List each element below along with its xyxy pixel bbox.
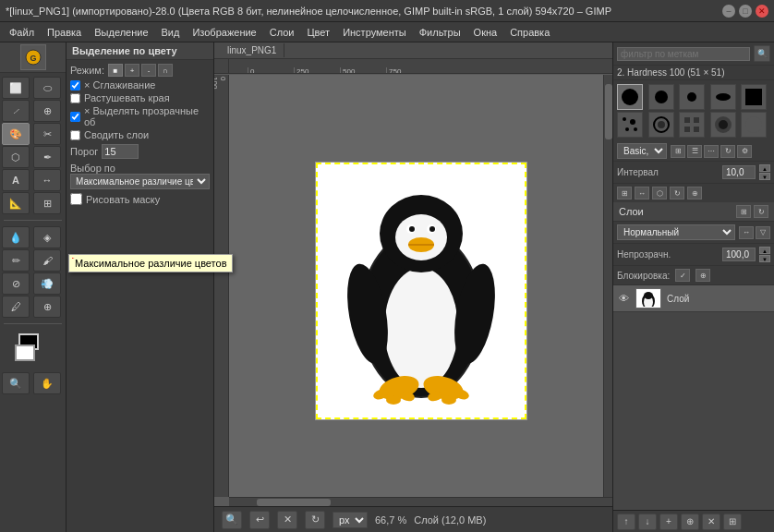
tool-paint-brush[interactable]: 🖌 bbox=[33, 249, 61, 272]
tool-transform[interactable]: ↔ bbox=[33, 169, 61, 191]
brush-item-9[interactable] bbox=[710, 112, 736, 138]
brush-grid-icon[interactable]: ⊞ bbox=[671, 145, 685, 158]
opacity-up-button[interactable]: ▲ bbox=[759, 247, 770, 254]
canvas-container[interactable] bbox=[229, 75, 612, 506]
draw-mask-checkbox[interactable] bbox=[70, 193, 82, 205]
menu-layers[interactable]: Слои bbox=[264, 25, 300, 40]
minimize-button[interactable]: – bbox=[722, 5, 735, 18]
tool-select-free[interactable]: ⟋ bbox=[2, 100, 30, 122]
scrollbar-horizontal[interactable] bbox=[229, 497, 612, 506]
brush-filter-icon[interactable]: 🔍 bbox=[754, 45, 770, 62]
dither-btn-3[interactable]: ⬡ bbox=[652, 187, 667, 200]
menu-help[interactable]: Справка bbox=[504, 25, 555, 40]
mode-subtract[interactable]: - bbox=[141, 64, 156, 77]
redo-button[interactable]: ↻ bbox=[305, 511, 325, 529]
undo-button[interactable]: ↩ bbox=[249, 511, 270, 529]
tool-move[interactable]: ✋ bbox=[33, 372, 61, 394]
opacity-input[interactable] bbox=[722, 248, 756, 261]
brush-item-6[interactable] bbox=[617, 112, 643, 138]
color-selector[interactable] bbox=[15, 333, 52, 361]
interval-up-button[interactable]: ▲ bbox=[759, 164, 770, 172]
layers-mode-select[interactable]: Нормальный bbox=[617, 224, 735, 240]
dither-btn-1[interactable]: ⊞ bbox=[617, 187, 632, 200]
menu-image[interactable]: Изображение bbox=[187, 25, 261, 40]
opacity-down-button[interactable]: ▼ bbox=[759, 255, 770, 262]
scrollbar-v-thumb[interactable] bbox=[605, 84, 612, 139]
interval-input[interactable] bbox=[722, 165, 756, 179]
tool-align[interactable]: ⊞ bbox=[33, 192, 61, 214]
layers-icon-1[interactable]: ⊞ bbox=[736, 205, 751, 218]
brush-item-10[interactable] bbox=[741, 112, 767, 138]
canvas-tab[interactable]: linux_PNG1 bbox=[220, 43, 284, 57]
layer-item-1[interactable]: 👁 Слой bbox=[613, 285, 774, 312]
tool-heal[interactable]: ⊕ bbox=[33, 296, 61, 318]
lock-position-button[interactable]: ⊕ bbox=[695, 269, 710, 282]
menu-tools[interactable]: Инструменты bbox=[337, 25, 412, 40]
brush-list-icon[interactable]: ☰ bbox=[687, 145, 702, 158]
brush-type-select[interactable]: Basic, bbox=[617, 143, 667, 159]
scrollbar-vertical[interactable] bbox=[603, 75, 612, 497]
smoothing-checkbox[interactable] bbox=[70, 80, 80, 91]
layer-delete-button[interactable]: ✕ bbox=[702, 514, 720, 530]
sample-select[interactable]: Максимальное различие цветов bbox=[70, 174, 210, 189]
tool-paths[interactable]: ✒ bbox=[33, 146, 61, 168]
menu-view[interactable]: Вид bbox=[156, 25, 186, 40]
tool-select-rect[interactable]: ⬜ bbox=[2, 77, 30, 99]
scrollbar-h-thumb[interactable] bbox=[257, 499, 331, 506]
transparent-checkbox[interactable] bbox=[70, 112, 80, 122]
brush-item-1[interactable] bbox=[617, 84, 643, 110]
threshold-input[interactable] bbox=[102, 144, 139, 159]
brush-filter-input[interactable] bbox=[617, 47, 750, 61]
dither-btn-5[interactable]: ⊕ bbox=[687, 187, 702, 200]
menu-select[interactable]: Выделение bbox=[89, 25, 153, 40]
brush-item-5[interactable] bbox=[741, 84, 767, 110]
maximize-button[interactable]: □ bbox=[739, 5, 752, 18]
unit-select[interactable]: px % bbox=[333, 512, 368, 528]
brush-refresh-icon[interactable]: ↻ bbox=[720, 145, 735, 158]
tool-bucket-fill[interactable]: 💧 bbox=[2, 226, 30, 248]
brush-more-icon[interactable]: ⋯ bbox=[704, 145, 719, 158]
image-canvas[interactable] bbox=[315, 162, 527, 420]
mode-replace[interactable]: ■ bbox=[108, 64, 123, 77]
tool-select-color[interactable]: 🎨 bbox=[2, 123, 30, 145]
layer-move-down-button[interactable]: ↓ bbox=[638, 514, 657, 530]
tool-scissors[interactable]: ✂ bbox=[33, 123, 61, 145]
merge-checkbox[interactable] bbox=[70, 130, 80, 140]
tool-select-ellipse[interactable]: ⬭ bbox=[33, 77, 61, 99]
clear-button[interactable]: ✕ bbox=[277, 511, 297, 529]
layer-move-up-button[interactable]: ↑ bbox=[617, 514, 635, 530]
dither-btn-2[interactable]: ↔ bbox=[635, 187, 649, 200]
tool-measure[interactable]: 📐 bbox=[2, 192, 30, 214]
brush-item-3[interactable] bbox=[679, 84, 705, 110]
brush-settings-icon[interactable]: ⚙ bbox=[737, 145, 752, 158]
tool-zoom[interactable]: 🔍 bbox=[2, 372, 30, 394]
dither-btn-4[interactable]: ↻ bbox=[670, 187, 684, 200]
tool-ink[interactable]: 🖊 bbox=[2, 296, 30, 318]
tool-airbrush[interactable]: 💨 bbox=[33, 272, 61, 295]
menu-color[interactable]: Цвет bbox=[301, 25, 335, 40]
layer-add-button[interactable]: + bbox=[659, 514, 678, 530]
interval-down-button[interactable]: ▼ bbox=[759, 173, 770, 180]
layers-mode-icon-2[interactable]: ▽ bbox=[756, 226, 770, 239]
feather-checkbox[interactable] bbox=[70, 93, 80, 103]
layers-mode-icon-1[interactable]: ↔ bbox=[739, 226, 754, 239]
mode-add[interactable]: + bbox=[125, 64, 139, 77]
tool-text[interactable]: A bbox=[2, 169, 30, 191]
tool-eraser[interactable]: ⊘ bbox=[2, 272, 30, 295]
tool-blend[interactable]: ◈ bbox=[33, 226, 61, 248]
menu-file[interactable]: Файл bbox=[4, 25, 40, 40]
menu-windows[interactable]: Окна bbox=[468, 25, 503, 40]
close-button[interactable]: ✕ bbox=[756, 5, 768, 18]
menu-filters[interactable]: Фильтры bbox=[414, 25, 466, 40]
mode-intersect[interactable]: ∩ bbox=[158, 64, 173, 77]
gimp-logo[interactable]: G bbox=[20, 44, 46, 70]
tool-pencil[interactable]: ✏ bbox=[2, 249, 30, 272]
tool-select-fuzzy[interactable]: ⊕ bbox=[33, 100, 61, 122]
background-color[interactable] bbox=[15, 345, 35, 361]
brush-item-7[interactable] bbox=[648, 112, 674, 138]
brush-item-8[interactable] bbox=[679, 112, 705, 138]
zoom-out-button[interactable]: 🔍 bbox=[222, 511, 242, 529]
layer-merge-button[interactable]: ⊞ bbox=[723, 514, 742, 530]
brush-item-4[interactable] bbox=[710, 84, 736, 110]
menu-edit[interactable]: Правка bbox=[42, 25, 87, 40]
